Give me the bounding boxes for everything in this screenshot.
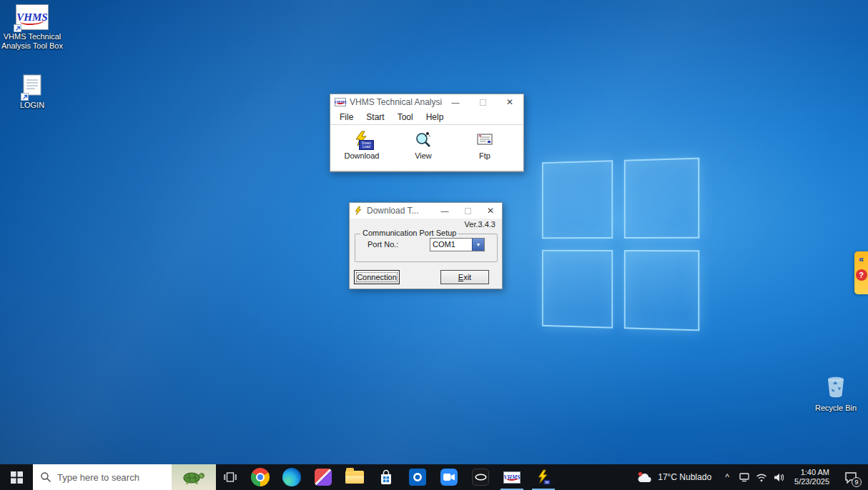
taskbar-download-tool-button[interactable]	[528, 464, 559, 490]
port-combobox[interactable]: COM1 ▼	[430, 238, 485, 251]
wallpaper-logo-pane	[624, 250, 699, 331]
weather-widget[interactable]: 17°C Nublado	[630, 471, 719, 483]
ftp-form-icon	[475, 131, 494, 148]
vhms-logo-text: VHMS	[16, 11, 47, 24]
weather-text: 17°C Nublado	[658, 472, 711, 482]
view-tool-button[interactable]: View	[395, 129, 452, 168]
start-button[interactable]	[0, 464, 33, 490]
search-placeholder-text: Type here to search	[57, 472, 172, 483]
chevron-up-icon: ^	[725, 472, 729, 482]
video-camera-icon	[440, 469, 458, 486]
weather-cloud-icon	[637, 471, 653, 483]
shortcut-arrow-icon	[14, 24, 21, 32]
maximize-button[interactable]	[469, 94, 496, 110]
chrome-icon	[251, 468, 270, 486]
outlook-icon	[409, 469, 426, 486]
menu-help[interactable]: Help	[420, 111, 450, 124]
oval-app-icon	[472, 469, 489, 486]
menu-tool[interactable]: Tool	[391, 111, 420, 124]
desktop-icon-label: LOGIN	[0, 101, 64, 110]
task-view-button[interactable]	[216, 464, 245, 490]
maximize-button[interactable]	[456, 203, 479, 219]
windows-start-icon	[11, 471, 23, 484]
port-selected-value: COM1	[430, 239, 472, 251]
chevron-down-icon: ▼	[476, 242, 481, 247]
taskbar-oval-app-button[interactable]	[465, 464, 496, 490]
recycle-bin-icon	[825, 374, 847, 399]
taskbar-store-button[interactable]	[370, 464, 402, 490]
taskbar-outlook-button[interactable]	[402, 464, 433, 490]
side-helper-widget: « ?	[854, 251, 868, 294]
desktop: VHMS VHMS Technical Analysis Tool Box LO…	[0, 0, 868, 490]
connection-button-label: Connection	[357, 273, 397, 281]
main-window-title: VHMS Technical Analysis ...	[350, 97, 442, 107]
wallpaper-windows-logo	[542, 158, 699, 331]
taskbar-vhms-app-button[interactable]: VHMS	[496, 464, 528, 490]
search-icon	[40, 471, 51, 483]
task-view-icon	[223, 471, 237, 484]
collapse-panel-button[interactable]: «	[859, 251, 864, 267]
connection-button[interactable]: Connection	[354, 270, 400, 284]
wallpaper-logo-pane	[624, 158, 699, 239]
desktop-icon-login[interactable]: LOGIN	[0, 74, 64, 110]
help-button[interactable]: ?	[856, 269, 867, 281]
tray-network-button[interactable]	[753, 464, 770, 490]
colored-app-icon	[315, 469, 332, 486]
taskbar-colored-app-button[interactable]	[307, 464, 339, 490]
taskbar-search-input[interactable]: Type here to search	[33, 464, 216, 490]
vhms-logo-icon: VHMS	[503, 471, 521, 484]
combobox-dropdown-button[interactable]: ▼	[472, 239, 484, 251]
file-explorer-icon	[345, 471, 364, 484]
desktop-icon-label: VHMS Technical Analysis Tool Box	[0, 32, 64, 51]
main-window-titlebar[interactable]: VHMS VHMS Technical Analysis ... — ✕	[330, 94, 523, 110]
dialog-buttons: Connection Exit	[350, 270, 502, 284]
desktop-icon-vhms-toolbox[interactable]: VHMS VHMS Technical Analysis Tool Box	[0, 4, 64, 51]
port-label: Port No.:	[368, 240, 398, 249]
desktop-icon-recycle-bin[interactable]: Recycle Bin	[804, 374, 868, 413]
menu-start[interactable]: Start	[360, 111, 390, 124]
toolbar-item-label: Download	[345, 151, 380, 160]
action-center-button[interactable]: 9	[837, 464, 865, 490]
clock-date: 5/23/2025	[794, 477, 829, 486]
exit-button[interactable]: Exit	[440, 270, 489, 284]
taskbar-edge-button[interactable]	[276, 464, 307, 490]
main-window-menubar: File Start Tool Help	[330, 110, 523, 124]
ftp-tool-button[interactable]: Ftp	[456, 129, 513, 168]
taskbar-chrome-button[interactable]	[245, 464, 276, 490]
tray-volume-button[interactable]	[770, 464, 787, 490]
taskbar-left: Type here to search	[0, 464, 559, 490]
communication-port-groupbox: Communication Port Setup Port No.: COM1 …	[355, 234, 498, 262]
menu-file[interactable]: File	[333, 111, 360, 124]
wallpaper-logo-pane	[542, 160, 613, 239]
clock-widget[interactable]: 1:40 AM 5/23/2025	[787, 468, 837, 486]
lightning-bolt-icon	[536, 469, 551, 485]
exit-button-label: Exit	[458, 273, 471, 281]
close-button[interactable]: ✕	[479, 203, 502, 219]
download-window-titlebar[interactable]: Download T... — ✕	[350, 203, 502, 219]
version-label: Ver.3.4.3	[465, 220, 495, 229]
light-beam	[0, 0, 612, 490]
minimize-button[interactable]: —	[433, 203, 456, 219]
main-window-toolbar: Down Load Download View	[330, 124, 523, 171]
speaker-icon	[774, 473, 784, 482]
download-icon-caption: Down Load	[359, 140, 374, 150]
taskbar-video-call-app-button[interactable]	[433, 464, 465, 490]
taskbar-tray: 17°C Nublado ^	[630, 464, 868, 490]
download-tool-button[interactable]: Down Load Download	[333, 129, 390, 168]
taskbar: Type here to search	[0, 464, 868, 490]
show-hidden-icons-button[interactable]: ^	[719, 464, 736, 490]
minimize-button[interactable]: —	[442, 94, 469, 110]
maximize-icon	[465, 208, 471, 214]
shortcut-arrow-icon	[21, 93, 29, 101]
download-window-title: Download T...	[367, 206, 433, 216]
groupbox-title: Communication Port Setup	[360, 229, 458, 237]
wifi-icon	[756, 473, 767, 482]
tray-device-button[interactable]	[736, 464, 753, 490]
maximize-icon	[480, 99, 486, 106]
search-highlight-turtle-image[interactable]	[172, 464, 216, 490]
vhms-logo-text: VHMS	[503, 474, 520, 481]
magnifier-icon	[414, 130, 433, 149]
close-button[interactable]: ✕	[496, 94, 523, 110]
taskbar-file-explorer-button[interactable]	[339, 464, 370, 490]
download-tool-window: Download T... — ✕ Ver.3.4.3 Communicatio…	[349, 202, 503, 289]
